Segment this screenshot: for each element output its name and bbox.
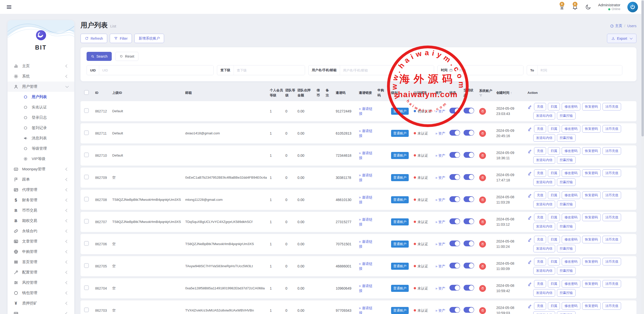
action-button-充值[interactable]: 充值 (534, 258, 546, 265)
sidebar-item-Moonpay管理[interactable]: CC Moonpay管理 (8, 164, 74, 174)
sidebar-subitem-消息列表[interactable]: 消息列表 (8, 133, 74, 143)
hamburger-menu-icon[interactable] (6, 4, 12, 10)
action-button-法币充值[interactable]: 法币充值 (602, 147, 621, 155)
trade-status-toggle[interactable] (464, 263, 474, 268)
action-button-控赢控输[interactable]: 控赢控输 (557, 156, 576, 164)
sidebar-item-风控管理[interactable]: 风控管理 (8, 278, 74, 288)
action-button-发送站内信[interactable]: 发送站内信 (533, 311, 555, 314)
uid-input[interactable] (99, 65, 213, 75)
action-button-发送站内信[interactable]: 发送站内信 (533, 223, 555, 230)
action-button-充值[interactable]: 充值 (534, 302, 546, 310)
trade-status-toggle[interactable] (464, 108, 474, 113)
invite-link[interactable]: » 邀请链接 (359, 195, 373, 205)
award-notification-button[interactable]: 0 (559, 4, 565, 10)
action-button-恢复密码[interactable]: 恢复密码 (582, 103, 601, 110)
row-checkbox[interactable] (84, 219, 89, 224)
edit-icon[interactable] (527, 304, 532, 308)
sidebar-item-配置管理[interactable]: 配置管理 (8, 267, 74, 278)
invite-link[interactable]: » 邀请链接 (359, 217, 373, 227)
action-button-充值[interactable]: 充值 (534, 280, 546, 288)
add-system-account-button[interactable]: 新增系统账户 (134, 34, 164, 43)
status-toggle[interactable] (449, 241, 460, 246)
action-button-法币充值[interactable]: 法币充值 (602, 302, 621, 310)
action-button-发送站内信[interactable]: 发送站内信 (533, 201, 555, 208)
action-button-归属[interactable]: 归属 (548, 125, 560, 133)
edit-icon[interactable] (527, 149, 532, 153)
invite-link[interactable]: » 邀请链接 (359, 129, 373, 138)
action-button-控赢控输[interactable]: 控赢控输 (557, 201, 576, 208)
action-button-充值[interactable]: 充值 (534, 103, 546, 110)
trade-status-toggle[interactable] (464, 241, 474, 246)
invite-link[interactable]: » 邀请链接 (359, 284, 373, 293)
time-to-input[interactable] (538, 65, 622, 75)
action-button-归属[interactable]: 归属 (548, 214, 560, 221)
row-checkbox[interactable] (84, 152, 89, 157)
status-toggle[interactable] (449, 152, 460, 158)
asset-link[interactable]: » 资产 (435, 175, 445, 180)
action-button-发送站内信[interactable]: 发送站内信 (533, 178, 555, 186)
edit-icon[interactable] (527, 259, 532, 264)
action-button-修改密码[interactable]: 修改密码 (562, 125, 580, 133)
row-checkbox[interactable] (84, 175, 89, 179)
action-button-归属[interactable]: 归属 (548, 302, 560, 310)
action-button-发送站内信[interactable]: 发送站内信 (533, 289, 555, 297)
action-button-控赢控输[interactable]: 控赢控输 (557, 223, 576, 230)
export-button[interactable]: Export (607, 34, 636, 43)
sidebar-item-质押挖矿[interactable]: ¥ 质押挖矿 (8, 298, 74, 308)
filter-button[interactable]: Filter (110, 34, 132, 43)
action-button-充值[interactable]: 充值 (534, 169, 546, 177)
sidebar-item-用户管理[interactable]: 用户管理 (8, 82, 74, 92)
action-button-恢复密码[interactable]: 恢复密码 (582, 302, 601, 310)
action-button-恢复密码[interactable]: 恢复密码 (582, 169, 601, 177)
action-button-修改密码[interactable]: 修改密码 (562, 214, 580, 221)
edit-icon[interactable] (527, 215, 532, 220)
action-button-恢复密码[interactable]: 恢复密码 (582, 236, 601, 243)
action-button-修改密码[interactable]: 修改密码 (562, 236, 580, 243)
trade-status-toggle[interactable] (464, 152, 474, 158)
invite-link[interactable]: » 邀请链接 (359, 239, 373, 249)
asset-link[interactable]: » 资产 (435, 153, 445, 158)
sidebar-item-币币交易[interactable]: B 币币交易 (8, 205, 74, 216)
invite-link[interactable]: » 邀请链接 (359, 261, 373, 271)
status-toggle[interactable] (449, 108, 460, 113)
action-button-修改密码[interactable]: 修改密码 (562, 147, 580, 155)
dark-mode-toggle[interactable] (585, 4, 591, 10)
action-button-充值[interactable]: 充值 (534, 236, 546, 243)
asset-link[interactable]: » 资产 (435, 198, 445, 202)
sidebar-item-hidden[interactable] (8, 308, 74, 314)
action-button-修改密码[interactable]: 修改密码 (562, 169, 580, 177)
invite-link[interactable]: » 邀请链接 (359, 106, 373, 116)
sidebar-subitem-VIP等级[interactable]: VIP等级 (8, 154, 74, 164)
action-button-归属[interactable]: 归属 (548, 258, 560, 265)
edit-icon[interactable] (527, 193, 532, 198)
action-button-控赢控输[interactable]: 控赢控输 (557, 134, 576, 142)
action-button-修改密码[interactable]: 修改密码 (562, 258, 580, 265)
user-menu[interactable]: Administrator Online (598, 3, 620, 11)
action-button-修改密码[interactable]: 修改密码 (562, 191, 580, 199)
breadcrumb-home-link[interactable]: 主页 (610, 24, 622, 28)
invite-link[interactable]: » 邀请链接 (359, 306, 373, 314)
action-button-充值[interactable]: 充值 (534, 191, 546, 199)
action-button-充值[interactable]: 充值 (534, 214, 546, 221)
action-button-归属[interactable]: 归属 (548, 103, 560, 110)
action-button-修改密码[interactable]: 修改密码 (562, 280, 580, 288)
avatar[interactable] (627, 2, 638, 12)
action-button-充值[interactable]: 充值 (534, 147, 546, 155)
row-checkbox[interactable] (84, 197, 89, 202)
sidebar-subitem-实名认证[interactable]: 实名认证 (8, 102, 74, 112)
sidebar-item-主页[interactable]: 主页 (8, 61, 74, 71)
edit-icon[interactable] (527, 282, 532, 286)
subordinate-input[interactable] (234, 65, 305, 75)
select-all-checkbox[interactable] (84, 90, 89, 95)
asset-link[interactable]: » 资产 (435, 264, 445, 269)
action-button-控赢控输[interactable]: 控赢控输 (557, 311, 576, 314)
status-toggle[interactable] (449, 285, 460, 291)
action-button-控赢控输[interactable]: 控赢控输 (557, 245, 576, 252)
action-button-修改密码[interactable]: 修改密码 (562, 103, 580, 110)
action-button-法币充值[interactable]: 法币充值 (602, 236, 621, 243)
sidebar-subitem-用户列表[interactable]: 用户列表 (8, 92, 74, 102)
refresh-button[interactable]: Refresh (81, 34, 107, 43)
row-checkbox[interactable] (84, 307, 89, 312)
status-toggle[interactable] (449, 263, 460, 268)
action-button-发送站内信[interactable]: 发送站内信 (533, 134, 555, 142)
